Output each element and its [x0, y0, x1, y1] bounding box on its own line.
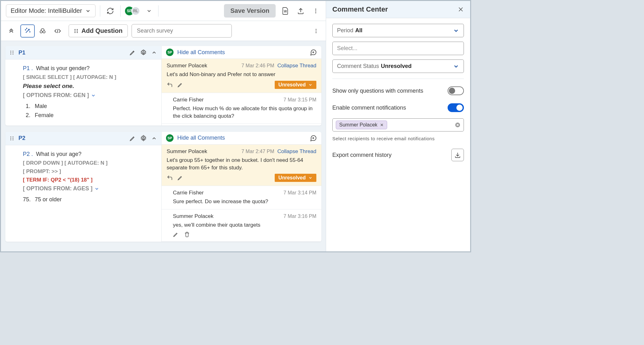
collaborators-dropdown[interactable]: [144, 6, 154, 16]
pencil-icon[interactable]: [129, 135, 136, 142]
drag-handle-icon[interactable]: [10, 136, 14, 141]
comment-reply: Carrie Fisher 7 Mar 3:14 PM Sure perfect…: [162, 186, 321, 209]
trash-icon[interactable]: [184, 231, 190, 238]
status-dropdown[interactable]: Comment StatusUnresolved: [332, 59, 464, 73]
pencil-icon[interactable]: [129, 49, 136, 56]
svg-point-11: [75, 30, 75, 31]
reply-icon[interactable]: [167, 82, 173, 88]
comments-header: SP Hide all Comments: [162, 46, 321, 59]
svg-point-30: [13, 138, 13, 139]
subbar-more-button[interactable]: [311, 26, 321, 36]
recipient-chip[interactable]: Summer Polacek: [336, 121, 387, 129]
comment-author: Summer Polacek: [173, 213, 280, 219]
add-comment-icon[interactable]: [309, 49, 317, 56]
question-instruction[interactable]: Please select one.: [23, 81, 156, 91]
question-number: P2 .: [23, 151, 33, 157]
upload-button[interactable]: [295, 5, 306, 17]
recipients-input[interactable]: Summer Polacek: [332, 118, 464, 131]
save-version-button[interactable]: Save Version: [224, 4, 276, 18]
options-from[interactable]: [ OPTIONS FROM: AGES ]: [23, 184, 99, 193]
option-item[interactable]: 1.Male: [23, 102, 156, 111]
chevron-down-icon: [146, 8, 152, 14]
svg-point-29: [10, 138, 11, 139]
options-from[interactable]: [ OPTIONS FROM: GEN ]: [23, 91, 96, 100]
question-body: P1 . What is your gender? [ SINGLE SELEC…: [5, 59, 161, 126]
chevron-up-icon[interactable]: [151, 50, 157, 55]
option-item[interactable]: 2.Female: [23, 111, 156, 120]
reply-icon[interactable]: [167, 175, 173, 181]
toggle-questions-with-comments[interactable]: [448, 86, 464, 95]
svg-point-5: [40, 31, 42, 33]
word-export-button[interactable]: W: [280, 5, 291, 17]
gear-icon[interactable]: [140, 135, 147, 142]
question-meta-prompt: [ PROMPT: >> ]: [23, 167, 156, 176]
toggle-comment-notifications[interactable]: [448, 103, 464, 112]
divider: [120, 5, 121, 17]
question-number: P1 .: [23, 65, 33, 71]
hide-comments-link[interactable]: Hide all Comments: [177, 135, 225, 141]
svg-point-21: [13, 52, 13, 53]
svg-point-28: [13, 136, 13, 137]
question-id: P1: [18, 49, 125, 56]
drag-handle-icon: [74, 29, 78, 33]
question-text[interactable]: What is your age?: [36, 151, 81, 157]
divider: [332, 79, 464, 79]
close-icon[interactable]: [458, 6, 464, 13]
design-view-button[interactable]: [20, 24, 35, 38]
question-id: P2: [18, 135, 125, 142]
chevron-down-icon: [308, 83, 313, 87]
collaborators[interactable]: SP RL: [125, 7, 140, 15]
toggle-label-questions: Show only questions with comments: [332, 88, 423, 94]
kebab-icon: [313, 7, 319, 15]
refresh-button[interactable]: [105, 5, 116, 17]
svg-point-10: [77, 29, 78, 30]
chevron-up-icon[interactable]: [151, 136, 157, 141]
preview-button[interactable]: [36, 25, 49, 37]
clear-icon[interactable]: [455, 122, 460, 128]
collapse-thread-link[interactable]: Collapse Thread: [278, 148, 316, 155]
code-view-button[interactable]: [50, 25, 65, 37]
svg-point-12: [77, 30, 78, 31]
avatar-sp: SP: [166, 134, 174, 142]
question-text[interactable]: What is your gender?: [36, 65, 90, 71]
status-badge[interactable]: Unresolved: [275, 81, 316, 89]
question-meta: [ DROP DOWN ] [ AUTOPAGE: N ]: [23, 159, 156, 167]
editor-mode-dropdown[interactable]: Editor Mode: IntelliBuilder: [6, 4, 96, 17]
collapse-all-button[interactable]: [6, 26, 17, 36]
question-header[interactable]: P2: [5, 132, 161, 145]
close-icon[interactable]: [380, 123, 384, 127]
hide-comments-link[interactable]: Hide all Comments: [177, 49, 225, 56]
drag-handle-icon[interactable]: [10, 50, 14, 55]
more-menu-button[interactable]: [311, 5, 321, 17]
chevron-down-icon: [453, 63, 459, 70]
svg-point-3: [315, 10, 316, 11]
question-header[interactable]: P1: [5, 46, 161, 59]
comment-center-header: Comment Center: [326, 1, 470, 18]
pencil-icon[interactable]: [177, 82, 183, 88]
period-dropdown[interactable]: PeriodAll: [332, 24, 464, 37]
add-question-button[interactable]: Add Question: [69, 24, 128, 37]
export-button[interactable]: [451, 149, 464, 161]
status-badge[interactable]: Unresolved: [275, 174, 316, 182]
comment-body: Let's group 55+ together in one bucket. …: [167, 157, 316, 172]
svg-point-18: [10, 51, 11, 52]
search-input[interactable]: [132, 24, 232, 38]
svg-point-20: [10, 52, 11, 53]
collapse-thread-link[interactable]: Collapse Thread: [278, 63, 316, 69]
svg-point-27: [10, 136, 11, 137]
filter-select[interactable]: Select...: [332, 42, 464, 55]
svg-point-24: [143, 52, 144, 54]
comment-body: Perfect. How much % do we allocate for t…: [173, 105, 316, 120]
svg-line-8: [57, 29, 58, 33]
add-comment-icon[interactable]: [309, 134, 317, 142]
binoculars-icon: [39, 28, 46, 34]
magic-wand-icon: [24, 28, 31, 34]
pencil-icon[interactable]: [173, 232, 179, 237]
svg-point-19: [13, 51, 13, 52]
option-item[interactable]: 75.75 or older: [23, 195, 156, 204]
svg-point-31: [10, 139, 11, 140]
comment-thread-root: Summer Polacek 7 Mar 2:47 PM Collapse Th…: [162, 145, 321, 186]
pencil-icon[interactable]: [177, 175, 183, 181]
gear-icon[interactable]: [140, 49, 147, 56]
svg-point-32: [13, 139, 13, 140]
